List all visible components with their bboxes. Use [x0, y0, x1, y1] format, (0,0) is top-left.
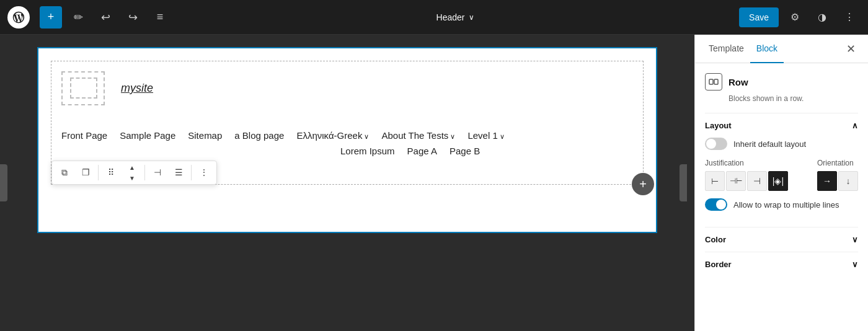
orient-horizontal-button[interactable]: → [817, 171, 837, 191]
block-toolbar: ⧉ ❐ ⠿ ▲ ▼ ⊣ ☰ ⋮ [51, 161, 217, 185]
wordpress-logo[interactable] [7, 6, 30, 29]
block-toolbar-more-btn[interactable]: ⋮ [194, 162, 214, 182]
scroll-handle-right[interactable] [680, 164, 687, 201]
inherit-layout-label: Inherit default layout [733, 139, 806, 149]
justification-group: Justification ⊢ ⊣⊢ ⊣ |◈| [705, 159, 805, 191]
block-toolbar-parent-btn[interactable]: ⧉ [55, 162, 74, 182]
header-chevron-icon: ∨ [469, 13, 474, 22]
nav-item-page-b[interactable]: Page B [450, 146, 480, 156]
layout-section: Layout ∧ Inherit default layout Justific… [705, 113, 858, 227]
justify-orient-row: Justification ⊢ ⊣⊢ ⊣ |◈| Orientation → ↓ [705, 159, 858, 191]
border-label: Border [705, 260, 732, 269]
panel-tabs: Template Block ✕ [695, 35, 868, 63]
toolbar-right: Save ⚙ ◑ ⋮ [739, 6, 861, 29]
justify-center-button[interactable]: ⊣⊢ [726, 171, 746, 191]
add-block-button[interactable]: + [40, 6, 62, 29]
nav-item-blog-page[interactable]: a Blog page [234, 130, 284, 141]
orientation-group: Orientation → ↓ [817, 159, 858, 191]
main-area: mysite Front Page Sample Page Sitemap a … [0, 35, 868, 331]
orientation-label: Orientation [817, 159, 858, 167]
block-toolbar-divider-1 [98, 165, 99, 180]
nav-row-secondary: Lorem Ipsum Page A Page B [61, 146, 480, 156]
color-label: Color [705, 235, 726, 244]
nav-item-greek[interactable]: Ελληνικά-Greek [296, 130, 369, 141]
redo-button[interactable]: ↪ [122, 6, 144, 29]
main-toolbar: + ✏ ↩ ↪ ≡ Header ∨ Save ⚙ ◑ ⋮ [0, 0, 868, 35]
block-type-icon [705, 73, 722, 90]
right-panel: Template Block ✕ Row Blocks shown in a r… [694, 35, 868, 331]
wrap-lines-toggle[interactable] [705, 198, 727, 211]
block-toolbar-drag-btn[interactable]: ⠿ [101, 162, 121, 182]
justify-right-button[interactable]: ⊣ [747, 171, 767, 191]
nav-item-sample-page[interactable]: Sample Page [120, 130, 175, 141]
block-toolbar-align-btn[interactable]: ⊣ [148, 162, 167, 182]
tab-template[interactable]: Template [702, 35, 750, 63]
nav-menu: Front Page Sample Page Sitemap a Blog pa… [61, 130, 633, 156]
border-section: Border ∨ [705, 252, 858, 276]
logo-title-row: mysite [61, 71, 153, 105]
nav-item-front-page[interactable]: Front Page [61, 130, 107, 141]
inherit-layout-toggle[interactable] [705, 138, 727, 150]
undo-button[interactable]: ↩ [94, 6, 117, 29]
nav-item-sitemap[interactable]: Sitemap [188, 130, 222, 141]
nav-item-page-a[interactable]: Page A [407, 146, 437, 156]
orient-vertical-button[interactable]: ↓ [838, 171, 858, 191]
header-title: Header [436, 12, 465, 22]
site-title[interactable]: mysite [121, 82, 153, 95]
nav-item-level1[interactable]: Level 1 [467, 130, 504, 141]
site-header-block[interactable]: mysite Front Page Sample Page Sitemap a … [51, 61, 644, 185]
toolbar-center: Header ∨ [176, 9, 734, 26]
wrap-lines-label: Allow to wrap to multiple lines [733, 200, 839, 210]
layout-chevron-icon: ∧ [852, 121, 858, 130]
panel-body: Row Blocks shown in a row. Layout ∧ Inhe… [695, 63, 868, 331]
scroll-handle-left[interactable] [0, 164, 7, 201]
nav-item-about-tests[interactable]: About The Tests [381, 130, 455, 141]
color-chevron-icon: ∨ [852, 235, 858, 244]
layout-section-header[interactable]: Layout ∧ [705, 121, 858, 130]
block-type-desc: Blocks shown in a row. [705, 94, 858, 103]
orientation-buttons: → ↓ [817, 171, 858, 191]
color-section-header[interactable]: Color ∨ [705, 235, 858, 244]
canvas-area: mysite Front Page Sample Page Sitemap a … [0, 35, 694, 331]
edit-button[interactable]: ✏ [67, 6, 89, 29]
settings-button[interactable]: ⚙ [784, 6, 806, 29]
more-options-button[interactable]: ⋮ [838, 6, 861, 29]
panel-close-button[interactable]: ✕ [841, 38, 861, 60]
block-type-name: Row [728, 77, 748, 87]
save-button[interactable]: Save [739, 7, 779, 27]
block-toolbar-divider-2 [144, 165, 145, 180]
justification-label: Justification [705, 159, 805, 167]
add-block-corner-button[interactable]: + [632, 173, 654, 195]
layout-label-text: Layout [705, 121, 732, 130]
list-view-button[interactable]: ≡ [149, 6, 171, 29]
page-canvas: mysite Front Page Sample Page Sitemap a … [37, 47, 657, 233]
color-section: Color ∨ [705, 227, 858, 252]
tab-block[interactable]: Block [750, 35, 784, 63]
svg-rect-1 [714, 79, 718, 84]
nav-item-lorem-ipsum[interactable]: Lorem Ipsum [340, 146, 395, 156]
border-section-header[interactable]: Border ∨ [705, 260, 858, 269]
site-logo-placeholder[interactable] [61, 71, 105, 105]
block-toolbar-justify-btn[interactable]: ☰ [169, 162, 188, 182]
block-toolbar-select-btn[interactable]: ❐ [76, 162, 95, 182]
nav-row-primary: Front Page Sample Page Sitemap a Blog pa… [61, 130, 505, 141]
justify-left-button[interactable]: ⊢ [705, 171, 725, 191]
border-chevron-icon: ∨ [852, 260, 858, 269]
svg-rect-0 [709, 79, 713, 84]
block-toolbar-up-btn[interactable]: ▲ [122, 162, 142, 172]
contrast-button[interactable]: ◑ [811, 6, 833, 29]
wrap-lines-row: Allow to wrap to multiple lines [705, 198, 858, 211]
header-selector-button[interactable]: Header ∨ [429, 9, 482, 26]
panel-block-header: Row [705, 73, 858, 90]
inherit-layout-row: Inherit default layout [705, 138, 858, 150]
justification-buttons: ⊢ ⊣⊢ ⊣ |◈| [705, 171, 805, 191]
justify-space-between-button[interactable]: |◈| [768, 171, 788, 191]
block-toolbar-divider-3 [191, 165, 192, 180]
block-toolbar-down-btn[interactable]: ▼ [122, 173, 142, 183]
